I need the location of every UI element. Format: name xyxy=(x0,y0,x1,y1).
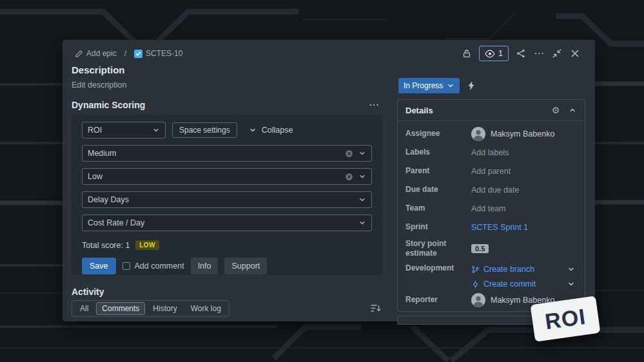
automation-button[interactable] xyxy=(463,77,480,94)
roi-select-value: ROI xyxy=(88,126,102,135)
sprint-link[interactable]: SCTES Sprint 1 xyxy=(471,223,528,232)
field-label: Labels xyxy=(405,148,471,157)
status-label: In Progress xyxy=(404,81,443,90)
gear-icon: ⚙ xyxy=(552,106,560,115)
scoring-actions-row: Save Add comment Info Support xyxy=(82,258,372,274)
scoring-toolbar: ROI Space settings Collapse xyxy=(82,122,372,138)
field-label: Story point estimate xyxy=(405,239,471,258)
watch-button[interactable]: 1 xyxy=(479,46,509,61)
scoring-select-4[interactable]: Cost Rate / Day xyxy=(82,214,372,231)
roi-sticker-text: ROI xyxy=(543,303,587,334)
add-team-button[interactable]: Add team xyxy=(471,204,506,213)
share-icon xyxy=(516,49,525,58)
create-branch-label: Create branch xyxy=(483,265,534,274)
chevron-down-icon xyxy=(567,280,575,288)
add-comment-checkbox[interactable]: Add comment xyxy=(122,262,184,271)
add-labels-button[interactable]: Add labels xyxy=(471,148,509,157)
create-commit-label: Create commit xyxy=(483,280,536,289)
activity-tab-bar: All Comments History Work log xyxy=(72,300,229,317)
chevron-down-icon xyxy=(447,82,454,90)
save-button[interactable]: Save xyxy=(82,258,116,274)
collapse-arrows-icon xyxy=(552,49,561,58)
details-collapse-button[interactable] xyxy=(565,103,580,117)
chevron-down-icon xyxy=(567,265,575,273)
chevron-up-icon xyxy=(569,106,576,114)
breadcrumb-separator: / xyxy=(124,49,126,58)
field-row-team: Team Add team xyxy=(405,199,577,218)
field-row-sprint: Sprint SCTES Sprint 1 xyxy=(405,218,577,236)
clear-icon[interactable] xyxy=(345,173,353,181)
add-epic-button[interactable]: Add epic xyxy=(72,47,120,60)
description-section: Description Edit description xyxy=(72,64,126,90)
story-point-badge[interactable]: 0.5 xyxy=(471,244,489,253)
issue-key-link[interactable]: SCTES-10 xyxy=(131,47,186,60)
close-button[interactable] xyxy=(567,45,583,62)
scoring-select-4-value: Cost Rate / Day xyxy=(88,218,144,227)
tab-work-log[interactable]: Work log xyxy=(185,302,227,315)
issue-key-label: SCTES-10 xyxy=(146,49,182,58)
tab-history[interactable]: History xyxy=(147,302,182,315)
status-row: In Progress xyxy=(398,77,480,94)
field-row-labels: Labels Add labels xyxy=(405,143,577,162)
lightning-icon xyxy=(468,81,474,90)
field-label: Development xyxy=(405,263,471,273)
clear-icon[interactable] xyxy=(345,149,353,158)
details-header: Details ⚙ xyxy=(398,100,585,121)
space-settings-label: Space settings xyxy=(179,126,230,135)
roi-select[interactable]: ROI xyxy=(82,122,166,138)
chevron-down-icon xyxy=(249,126,257,134)
scoring-select-1[interactable]: Medium xyxy=(82,145,372,162)
details-settings-button[interactable]: ⚙ xyxy=(549,103,563,117)
scoring-select-3[interactable]: Delay Days xyxy=(82,191,372,208)
collapse-button[interactable]: Collapse xyxy=(249,126,293,135)
create-branch-row: Create branch xyxy=(471,263,577,275)
space-settings-button[interactable]: Space settings xyxy=(172,122,237,138)
info-button[interactable]: Info xyxy=(191,258,219,274)
details-body: Assignee Maksym Babenko Labels Add label… xyxy=(398,121,585,309)
branch-icon xyxy=(471,265,480,274)
add-due-date-button[interactable]: Add due date xyxy=(471,186,519,195)
field-label: Assignee xyxy=(405,129,471,138)
activity-sort-button[interactable] xyxy=(368,301,384,314)
description-title: Description xyxy=(72,64,126,75)
chevron-down-icon xyxy=(358,149,366,157)
branch-dropdown-button[interactable] xyxy=(565,263,577,275)
support-button[interactable]: Support xyxy=(224,258,267,274)
create-commit-link[interactable]: Create commit xyxy=(471,280,536,289)
commit-icon xyxy=(471,280,480,289)
add-comment-label: Add comment xyxy=(135,262,184,271)
assignee-name: Maksym Babenko xyxy=(491,129,554,138)
dynamic-scoring-panel: ROI Space settings Collapse Medium xyxy=(72,115,382,275)
more-actions-button[interactable]: ⋯ xyxy=(531,45,547,62)
share-button[interactable] xyxy=(512,45,529,62)
watch-count: 1 xyxy=(498,49,503,58)
tab-comments[interactable]: Comments xyxy=(96,302,145,315)
avatar xyxy=(471,293,485,307)
total-score-text: Total score: 1 xyxy=(82,241,130,250)
lock-button[interactable] xyxy=(458,45,475,62)
issue-modal: Add epic / SCTES-10 1 xyxy=(63,40,595,321)
development-actions: Create branch xyxy=(471,263,577,290)
commit-dropdown-button[interactable] xyxy=(565,278,577,290)
chevron-down-icon xyxy=(152,126,160,134)
edit-description-area[interactable]: Edit description xyxy=(72,81,126,90)
task-type-icon xyxy=(134,50,142,58)
details-title: Details xyxy=(405,106,433,115)
field-row-development: Development Create branch xyxy=(405,261,577,291)
add-parent-button[interactable]: Add parent xyxy=(471,167,511,176)
ellipsis-icon: ⋯ xyxy=(369,100,379,110)
minimize-button[interactable] xyxy=(549,45,565,62)
activity-title: Activity xyxy=(72,287,104,297)
avatar xyxy=(471,127,485,141)
status-dropdown[interactable]: In Progress xyxy=(398,78,460,93)
tab-all[interactable]: All xyxy=(74,302,94,315)
scoring-select-3-value: Delay Days xyxy=(88,195,129,204)
assignee-value[interactable]: Maksym Babenko xyxy=(471,127,554,141)
create-branch-link[interactable]: Create branch xyxy=(471,265,534,274)
dynamic-scoring-title: Dynamic Scoring xyxy=(72,100,145,110)
chevron-down-icon xyxy=(358,219,366,227)
dynamic-scoring-menu-button[interactable]: ⋯ xyxy=(366,98,382,112)
field-label: Parent xyxy=(405,166,471,176)
details-panel: Details ⚙ Assignee xyxy=(397,99,585,312)
scoring-select-2[interactable]: Low xyxy=(82,168,372,185)
